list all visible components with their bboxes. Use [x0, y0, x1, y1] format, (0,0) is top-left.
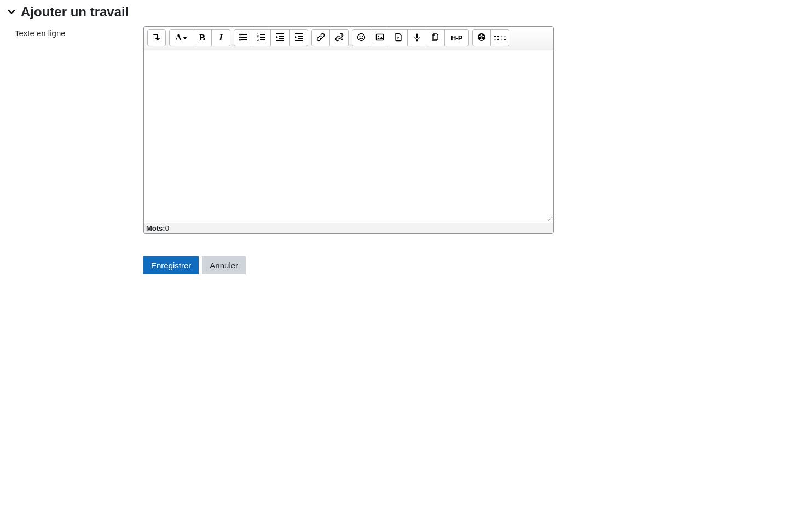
section-title: Ajouter un travail [21, 4, 129, 20]
svg-rect-18 [298, 38, 303, 39]
unlink-icon [335, 33, 344, 43]
svg-rect-7 [260, 34, 265, 35]
save-button[interactable]: Enregistrer [143, 256, 199, 274]
video-file-icon [394, 33, 403, 43]
section-divider [0, 242, 799, 242]
accessibility-checker-button[interactable] [472, 29, 491, 46]
chevron-down-icon[interactable] [7, 7, 16, 17]
rich-text-editor: A B I [143, 26, 554, 234]
svg-point-20 [358, 33, 365, 40]
svg-point-0 [239, 33, 241, 35]
resize-handle[interactable] [144, 217, 553, 223]
record-audio-button[interactable] [408, 29, 426, 46]
editor-statusbar: Mots:0 [144, 223, 553, 233]
styles-dropdown-button[interactable]: A [169, 29, 193, 46]
editor-content-area[interactable] [144, 50, 553, 217]
svg-rect-25 [416, 33, 418, 38]
svg-point-22 [362, 36, 363, 37]
font-style-icon: A [175, 33, 182, 43]
svg-point-2 [239, 36, 241, 38]
bold-button[interactable]: B [193, 29, 212, 46]
svg-rect-17 [298, 36, 303, 37]
svg-rect-12 [276, 33, 284, 34]
svg-rect-15 [276, 40, 284, 41]
svg-rect-9 [260, 37, 265, 38]
microphone-icon [413, 33, 421, 43]
smiley-icon [357, 33, 366, 43]
svg-rect-16 [295, 33, 303, 34]
bullet-list-icon [239, 33, 247, 43]
outdent-icon [276, 33, 285, 43]
word-count-value: 0 [165, 224, 169, 232]
caret-down-icon [183, 37, 187, 39]
outdent-button[interactable] [271, 29, 290, 46]
h5p-icon: H-P [451, 34, 462, 42]
svg-rect-11 [260, 39, 265, 40]
word-count-label: Mots: [146, 224, 165, 232]
expand-arrow-icon [152, 33, 161, 43]
files-icon [431, 33, 440, 43]
svg-point-27 [481, 34, 483, 36]
svg-text:3: 3 [257, 38, 259, 42]
svg-point-21 [360, 36, 361, 37]
svg-rect-19 [295, 40, 303, 41]
editor-toolbar: A B I [144, 27, 553, 50]
svg-rect-1 [241, 34, 247, 35]
manage-files-button[interactable] [426, 29, 445, 46]
italic-icon: I [219, 32, 223, 43]
link-button[interactable] [311, 29, 330, 46]
media-button[interactable] [389, 29, 408, 46]
italic-button[interactable]: I [212, 29, 230, 46]
svg-point-4 [239, 39, 241, 40]
emoji-button[interactable] [352, 29, 370, 46]
ordered-list-button[interactable]: 123 [252, 29, 271, 46]
svg-rect-3 [241, 37, 247, 38]
indent-icon [294, 33, 303, 43]
unlink-button[interactable] [330, 29, 349, 46]
svg-rect-5 [241, 39, 247, 40]
unordered-list-button[interactable] [234, 29, 252, 46]
accessibility-icon [477, 33, 486, 43]
toolbar-toggle-button[interactable] [147, 29, 166, 46]
cancel-button[interactable]: Annuler [202, 256, 246, 274]
svg-point-24 [377, 35, 378, 36]
h5p-button[interactable]: H-P [445, 29, 469, 46]
screenreader-helper-button[interactable] [491, 29, 509, 46]
braille-icon [494, 36, 506, 40]
svg-rect-13 [279, 36, 284, 37]
numbered-list-icon: 123 [257, 33, 266, 43]
onlinetext-label: Texte en ligne [15, 28, 66, 38]
bold-icon: B [199, 32, 205, 43]
indent-button[interactable] [290, 29, 308, 46]
svg-rect-14 [279, 38, 284, 39]
image-icon [375, 33, 384, 43]
image-button[interactable] [370, 29, 389, 46]
link-icon [316, 33, 325, 43]
